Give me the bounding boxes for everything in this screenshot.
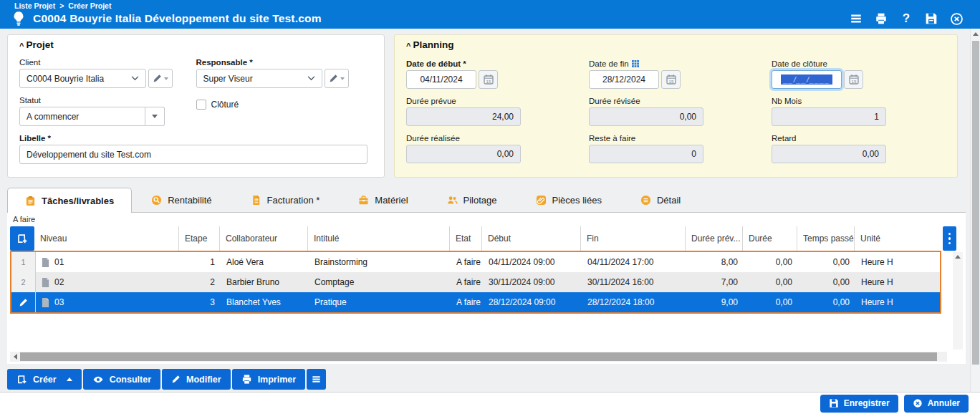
pencil-icon [19, 298, 28, 307]
enregistrer-button[interactable]: Enregistrer [820, 395, 898, 413]
table-horizontal-scrollbar[interactable] [10, 352, 947, 362]
menu-icon [311, 374, 322, 385]
client-edit-button[interactable] [148, 69, 173, 88]
date-mask-selection: __/__/____ [781, 74, 832, 85]
printer-icon[interactable] [872, 10, 890, 27]
help-icon[interactable]: ? [897, 10, 916, 27]
lightbulb-icon [11, 11, 26, 27]
svg-text:15: 15 [668, 79, 673, 84]
column-header-temps-passe[interactable]: Temps passé [797, 226, 854, 251]
chevron-down-icon [307, 76, 315, 81]
add-record-button[interactable] [10, 226, 34, 251]
eye-icon [92, 374, 104, 385]
reste-a-faire-label: Reste à faire [589, 134, 703, 143]
column-header-niveau[interactable]: Niveau [34, 226, 178, 251]
libelle-input[interactable] [19, 145, 368, 164]
close-circle-icon[interactable] [947, 10, 966, 27]
calendar-icon[interactable]: 15 [479, 70, 498, 89]
tab-rentabilite[interactable]: Rentabilité [132, 188, 231, 212]
row-number: 2 [11, 272, 36, 292]
cloture-checkbox[interactable] [196, 100, 206, 110]
scroll-left-arrow[interactable] [10, 352, 20, 362]
tab-facturation[interactable]: Facturation * [231, 188, 340, 212]
duree-prevue-label: Durée prévue [406, 97, 521, 105]
date-debut-label: Date de début * [406, 59, 521, 68]
breadcrumb: Liste Projet > Créer Projet [10, 1, 970, 10]
scroll-up-arrow[interactable] [971, 29, 980, 39]
row-number: 1 [11, 252, 36, 272]
client-select[interactable]: C0004 Bouyrie Italia [19, 69, 146, 88]
scroll-up-arrow[interactable] [953, 252, 963, 261]
duree-realisee-value: 0,00 [406, 145, 521, 163]
responsable-label: Responsable * [196, 58, 350, 67]
table-row[interactable]: 1 01 1 Aloé Vera Brainstorming A faire 0… [11, 252, 940, 272]
column-header-fin[interactable]: Fin [580, 226, 685, 251]
consulter-button[interactable]: Consulter [83, 369, 160, 390]
date-fin-input[interactable] [589, 70, 659, 89]
document-icon [42, 258, 49, 267]
footer-action-bar: Enregistrer Annuler [0, 392, 980, 414]
toolbar-menu-button[interactable] [307, 369, 326, 390]
statut-select[interactable]: A commencer [19, 107, 145, 126]
tab-taches-livrables[interactable]: Tâches/livrables [7, 188, 132, 213]
pencil-icon [153, 74, 162, 83]
selected-rows-outline: 1 01 1 Aloé Vera Brainstorming A faire 0… [10, 251, 941, 314]
people-icon [447, 195, 458, 206]
retard-value: 0,00 [772, 145, 886, 163]
projet-panel: ^ Projet Client C0004 Bouyrie Italia [7, 34, 385, 178]
annuler-button[interactable]: Annuler [904, 395, 969, 413]
column-header-intitule[interactable]: Intitulé [307, 226, 449, 251]
scrollbar-thumb[interactable] [20, 352, 937, 361]
column-options-button[interactable] [943, 226, 956, 251]
responsable-select[interactable]: Super Viseur [196, 69, 323, 88]
cloture-checkbox-row[interactable]: Clôturé [196, 100, 350, 110]
date-cloture-input[interactable]: __/__/____ [772, 70, 842, 89]
add-record-icon [16, 374, 27, 385]
caret-down-icon [152, 115, 158, 118]
chevron-down-icon [131, 76, 139, 81]
detail-list-icon [640, 195, 651, 206]
date-debut-input[interactable] [406, 70, 476, 89]
breadcrumb-item-liste-projet[interactable]: Liste Projet [14, 1, 55, 10]
pencil-icon [329, 74, 338, 83]
table-header-row: Niveau Etape Collaborateur Intitulé Etat… [10, 226, 963, 251]
column-header-unite[interactable]: Unité [854, 226, 938, 251]
column-header-duree[interactable]: Durée [742, 226, 797, 251]
table-row-selected[interactable]: 03 3 Blanchet Yves Pratique A faire 28/1… [11, 292, 940, 312]
imprimer-button[interactable]: Imprimer [232, 369, 306, 390]
menu-icon[interactable] [847, 10, 865, 27]
creer-button[interactable]: Créer [7, 369, 82, 390]
column-header-debut[interactable]: Début [481, 226, 580, 251]
responsable-edit-button[interactable] [325, 69, 349, 88]
table-row[interactable]: 2 02 2 Barbier Bruno Comptage A faire 30… [11, 272, 940, 292]
duree-revisee-label: Durée révisée [589, 97, 703, 105]
toolbox-icon [358, 195, 369, 206]
tab-detail[interactable]: Détail [621, 188, 700, 212]
row-edit-indicator [11, 292, 36, 312]
grid-toolbar: Créer Consulter Modifier Imprimer [7, 369, 970, 390]
calendar-icon[interactable]: 15 [661, 70, 681, 89]
projet-section-header[interactable]: ^ Projet [19, 39, 373, 50]
column-header-collaborateur[interactable]: Collaborateur [219, 226, 307, 251]
tab-pieces-liees[interactable]: Pièces liées [517, 188, 621, 212]
calendar-icon[interactable]: 15 [844, 70, 863, 89]
svg-text:15: 15 [851, 79, 856, 84]
scrollbar-thumb[interactable] [972, 41, 979, 365]
table-vertical-scrollbar[interactable] [953, 252, 963, 350]
save-icon[interactable] [922, 10, 941, 27]
page-vertical-scrollbar[interactable] [970, 29, 980, 392]
column-header-etat[interactable]: Etat [449, 226, 481, 251]
modifier-button[interactable]: Modifier [162, 369, 231, 390]
tab-pilotage[interactable]: Pilotage [428, 188, 517, 212]
column-header-etape[interactable]: Etape [178, 226, 219, 251]
planning-panel: ^ Planning Date de début * 15 Date de fi… [394, 34, 958, 178]
tab-content: A faire Niveau Etape Collaborateur Intit… [7, 212, 966, 364]
duree-realisee-label: Durée réalisée [406, 134, 521, 143]
statut-dropdown-button[interactable] [145, 107, 165, 126]
tab-materiel[interactable]: Matériel [339, 188, 427, 212]
duree-prevue-value: 24,00 [406, 107, 521, 126]
date-cloture-label: Date de clôture [772, 59, 886, 68]
statut-label: Statut [19, 96, 173, 105]
planning-section-header[interactable]: ^ Planning [406, 39, 946, 50]
column-header-duree-prev[interactable]: Durée prév... [685, 226, 742, 251]
